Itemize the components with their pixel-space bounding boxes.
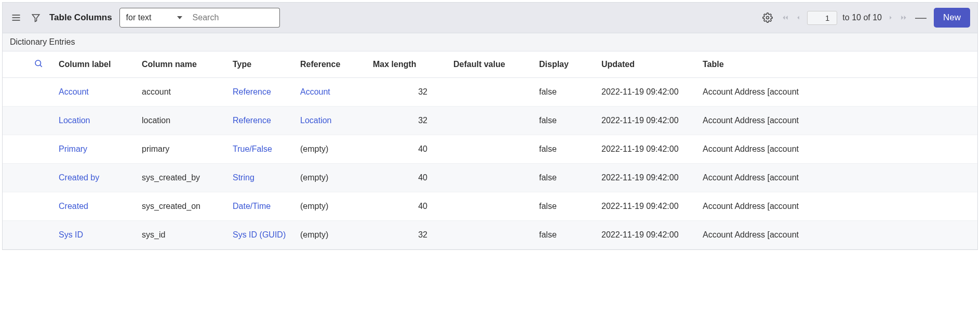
col-header-reference[interactable]: Reference <box>295 51 368 78</box>
cell-column-label[interactable]: Created by <box>53 164 137 192</box>
cell-reference: (empty) <box>295 221 368 249</box>
svg-line-6 <box>40 65 42 67</box>
cell-display: false <box>534 135 596 164</box>
data-table: Column label Column name Type Reference … <box>3 51 977 249</box>
cell-table: Account Address [account <box>697 78 977 107</box>
menu-icon[interactable] <box>10 11 22 24</box>
cell-table: Account Address [account <box>697 221 977 249</box>
next-page-icon[interactable] <box>887 14 894 21</box>
subheader: Dictionary Entries <box>3 33 977 51</box>
cell-display: false <box>534 192 596 221</box>
cell-table: Account Address [account <box>697 164 977 192</box>
cell-column-name: account <box>137 78 227 107</box>
table-row[interactable]: AccountaccountReferenceAccount32false202… <box>3 78 977 107</box>
table-row[interactable]: Created bysys_created_byString(empty)40f… <box>3 164 977 192</box>
svg-marker-3 <box>32 15 39 22</box>
table-row[interactable]: LocationlocationReferenceLocation32false… <box>3 107 977 135</box>
col-header-label[interactable]: Column label <box>53 51 137 78</box>
cell-column-name: sys_created_by <box>137 164 227 192</box>
search-icon[interactable] <box>34 61 43 70</box>
cell-column-name: location <box>137 107 227 135</box>
cell-display: false <box>534 164 596 192</box>
cell-type[interactable]: Reference <box>227 107 295 135</box>
svg-point-4 <box>767 17 769 19</box>
cell-column-label[interactable]: Account <box>53 78 137 107</box>
cell-updated: 2022-11-19 09:42:00 <box>596 78 697 107</box>
col-header-max[interactable]: Max length <box>368 51 448 78</box>
search-mode-value: for text <box>126 13 152 22</box>
cell-default-value <box>448 107 534 135</box>
cell-default-value <box>448 164 534 192</box>
cell-default-value <box>448 192 534 221</box>
first-page-icon[interactable] <box>781 14 789 22</box>
chevron-down-icon <box>177 16 182 19</box>
cell-table: Account Address [account <box>697 135 977 164</box>
cell-updated: 2022-11-19 09:42:00 <box>596 135 697 164</box>
cell-max-length: 40 <box>368 164 448 192</box>
svg-point-5 <box>35 60 41 66</box>
cell-column-name: sys_id <box>137 221 227 249</box>
prev-page-icon[interactable] <box>795 14 802 21</box>
cell-column-label[interactable]: Sys ID <box>53 221 137 249</box>
cell-default-value <box>448 221 534 249</box>
search-mode-select[interactable]: for text <box>119 8 187 28</box>
cell-max-length: 32 <box>368 107 448 135</box>
col-header-name[interactable]: Column name <box>137 51 227 78</box>
cell-reference: (empty) <box>295 192 368 221</box>
page-range-label: to 10 of 10 <box>842 13 882 22</box>
cell-type[interactable]: Sys ID (GUID) <box>227 221 295 249</box>
cell-table: Account Address [account <box>697 192 977 221</box>
last-page-icon[interactable] <box>900 14 908 22</box>
table-row[interactable]: PrimaryprimaryTrue/False(empty)40false20… <box>3 135 977 164</box>
cell-display: false <box>534 107 596 135</box>
table-row[interactable]: Sys IDsys_idSys ID (GUID)(empty)32false2… <box>3 221 977 249</box>
cell-type[interactable]: Date/Time <box>227 192 295 221</box>
cell-default-value <box>448 78 534 107</box>
cell-display: false <box>534 78 596 107</box>
col-header-updated[interactable]: Updated <box>596 51 697 78</box>
table-header-row: Column label Column name Type Reference … <box>3 51 977 78</box>
cell-reference: (empty) <box>295 164 368 192</box>
new-button[interactable]: New <box>934 8 970 28</box>
cell-type[interactable]: String <box>227 164 295 192</box>
cell-reference[interactable]: Account <box>295 78 368 107</box>
cell-column-label[interactable]: Location <box>53 107 137 135</box>
cell-type[interactable]: True/False <box>227 135 295 164</box>
collapse-icon[interactable]: — <box>915 11 927 24</box>
search-input[interactable] <box>186 8 280 28</box>
cell-type[interactable]: Reference <box>227 78 295 107</box>
cell-column-label[interactable]: Primary <box>53 135 137 164</box>
list-panel: Table Columns for text 1 <box>2 2 978 250</box>
filter-icon[interactable] <box>30 11 42 24</box>
cell-column-name: primary <box>137 135 227 164</box>
gear-icon[interactable] <box>761 11 774 24</box>
cell-column-name: sys_created_on <box>137 192 227 221</box>
cell-updated: 2022-11-19 09:42:00 <box>596 107 697 135</box>
cell-updated: 2022-11-19 09:42:00 <box>596 192 697 221</box>
col-header-default[interactable]: Default value <box>448 51 534 78</box>
col-header-display[interactable]: Display <box>534 51 596 78</box>
cell-reference[interactable]: Location <box>295 107 368 135</box>
cell-table: Account Address [account <box>697 107 977 135</box>
cell-reference: (empty) <box>295 135 368 164</box>
col-header-type[interactable]: Type <box>227 51 295 78</box>
cell-updated: 2022-11-19 09:42:00 <box>596 164 697 192</box>
cell-max-length: 40 <box>368 135 448 164</box>
cell-max-length: 32 <box>368 221 448 249</box>
toolbar-title: Table Columns <box>49 12 112 23</box>
cell-max-length: 40 <box>368 192 448 221</box>
pager: 1 to 10 of 10 <box>781 11 908 25</box>
col-header-table[interactable]: Table <box>697 51 977 78</box>
toolbar: Table Columns for text 1 <box>3 3 977 33</box>
cell-display: false <box>534 221 596 249</box>
cell-max-length: 32 <box>368 78 448 107</box>
table-row[interactable]: Createdsys_created_onDate/Time(empty)40f… <box>3 192 977 221</box>
cell-default-value <box>448 135 534 164</box>
cell-column-label[interactable]: Created <box>53 192 137 221</box>
page-number-input[interactable]: 1 <box>807 11 837 25</box>
cell-updated: 2022-11-19 09:42:00 <box>596 221 697 249</box>
